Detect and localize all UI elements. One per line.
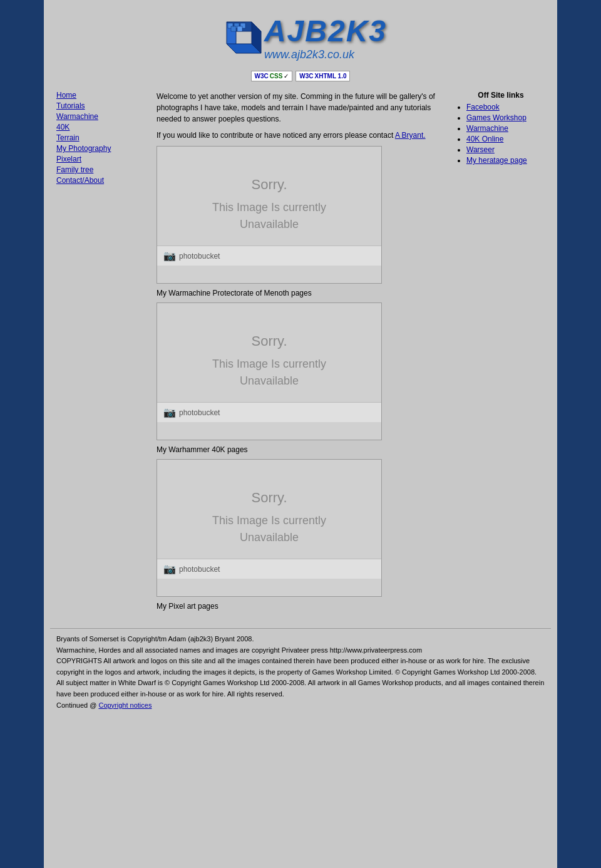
nav-warmachine[interactable]: Warmachine bbox=[56, 112, 144, 121]
nav-pixelart[interactable]: Pixelart bbox=[56, 155, 144, 163]
sidebar-link-warmachine[interactable]: Warmachine bbox=[466, 124, 508, 133]
footer-continued: Continued @ Copyright notices bbox=[56, 700, 545, 711]
photobucket-label-1: photobucket bbox=[179, 252, 220, 261]
copyright-link[interactable]: Copyright notices bbox=[98, 701, 152, 709]
camera-icon-1: 📷 bbox=[163, 250, 176, 262]
svg-rect-8 bbox=[237, 26, 242, 31]
header: AJB2K3 www.ajb2k3.co.uk W3C CSS ✓ W3C XH… bbox=[50, 6, 551, 85]
sorry-text-2: Sorry. bbox=[251, 333, 287, 349]
nav-40k[interactable]: 40K bbox=[56, 123, 144, 132]
image-placeholder-2: Sorry. This Image Is currentlyUnavailabl… bbox=[157, 302, 382, 440]
logo-url: www.ajb2k3.co.uk bbox=[264, 48, 354, 61]
svg-rect-7 bbox=[231, 26, 236, 31]
unavailable-text-1: This Image Is currentlyUnavailable bbox=[212, 199, 326, 233]
logo-cube-icon bbox=[214, 13, 264, 63]
nav-terrain[interactable]: Terrain bbox=[56, 133, 144, 142]
nav-contact[interactable]: Contact/About bbox=[56, 176, 144, 185]
unavailable-text-3: This Image Is currentlyUnavailable bbox=[212, 512, 326, 546]
sorry-text-1: Sorry. bbox=[251, 177, 287, 193]
list-item: Warmachine bbox=[466, 124, 545, 133]
camera-icon-2: 📷 bbox=[163, 406, 176, 418]
contact-link[interactable]: A Bryant. bbox=[395, 131, 426, 140]
photobucket-bar-1: 📷 photobucket bbox=[157, 245, 381, 266]
logo-text: AJB2K3 www.ajb2k3.co.uk bbox=[264, 14, 387, 61]
welcome-paragraph-1: Welcome to yet another version of my sit… bbox=[157, 91, 444, 125]
sidebar-link-games-workshop[interactable]: Games Workshop bbox=[466, 113, 527, 122]
content-area: Welcome to yet another version of my sit… bbox=[150, 88, 451, 619]
sidebar-link-warseer[interactable]: Warseer bbox=[466, 145, 495, 154]
footer-line-1: Bryants of Somerset is Copyright/tm Adam… bbox=[56, 634, 545, 645]
section-caption-3: My Pixel art pages bbox=[157, 602, 444, 611]
unavailable-text-2: This Image Is currentlyUnavailable bbox=[212, 356, 326, 390]
sidebar-title: Off Site links bbox=[457, 91, 545, 100]
badges-area: W3C CSS ✓ W3C XHTML 1.0 bbox=[251, 71, 351, 81]
photobucket-label-3: photobucket bbox=[179, 565, 220, 574]
list-item: Warseer bbox=[466, 145, 545, 154]
xhtml-badge: W3C XHTML 1.0 bbox=[295, 71, 350, 81]
main-layout: Home Tutorials Warmachine 40K Terrain My… bbox=[50, 88, 551, 619]
photobucket-bar-2: 📷 photobucket bbox=[157, 402, 381, 422]
nav-family-tree[interactable]: Family tree bbox=[56, 165, 144, 174]
photobucket-label-2: photobucket bbox=[179, 408, 220, 417]
image-placeholder-1: Sorry. This Image Is currentlyUnavailabl… bbox=[157, 146, 382, 284]
sidebar-links-list: Facebook Games Workshop Warmachine 40K O… bbox=[457, 103, 545, 165]
list-item: Games Workshop bbox=[466, 113, 545, 122]
footer: Bryants of Somerset is Copyright/tm Adam… bbox=[50, 628, 551, 716]
nav-photography[interactable]: My Photography bbox=[56, 144, 144, 153]
camera-icon-3: 📷 bbox=[163, 563, 176, 575]
list-item: My heratage page bbox=[466, 156, 545, 165]
left-nav: Home Tutorials Warmachine 40K Terrain My… bbox=[50, 88, 150, 619]
welcome-paragraph-2: If you would like to contribute or have … bbox=[157, 130, 444, 141]
list-item: 40K Online bbox=[466, 135, 545, 143]
sidebar-link-heritage[interactable]: My heratage page bbox=[466, 156, 527, 165]
list-item: Facebook bbox=[466, 103, 545, 111]
nav-tutorials[interactable]: Tutorials bbox=[56, 101, 144, 110]
footer-line-2: Warmachine, Hordes and all associated na… bbox=[56, 645, 545, 656]
nav-home[interactable]: Home bbox=[56, 91, 144, 100]
logo-area: AJB2K3 www.ajb2k3.co.uk bbox=[214, 13, 387, 63]
photobucket-bar-3: 📷 photobucket bbox=[157, 559, 381, 579]
right-sidebar: Off Site links Facebook Games Workshop W… bbox=[451, 88, 551, 619]
page-wrapper: AJB2K3 www.ajb2k3.co.uk W3C CSS ✓ W3C XH… bbox=[44, 0, 557, 868]
sidebar-link-40k-online[interactable]: 40K Online bbox=[466, 135, 503, 143]
css-badge: W3C CSS ✓ bbox=[251, 71, 293, 81]
logo-title: AJB2K3 bbox=[264, 14, 387, 48]
sorry-text-3: Sorry. bbox=[251, 490, 287, 506]
footer-line-3: COPYRIGHTS All artwork and logos on this… bbox=[56, 656, 545, 700]
section-caption-2: My Warhammer 40K pages bbox=[157, 445, 444, 454]
image-placeholder-3: Sorry. This Image Is currentlyUnavailabl… bbox=[157, 459, 382, 597]
sidebar-link-facebook[interactable]: Facebook bbox=[466, 103, 500, 111]
section-caption-1: My Warmachine Protectorate of Menoth pag… bbox=[157, 289, 444, 297]
